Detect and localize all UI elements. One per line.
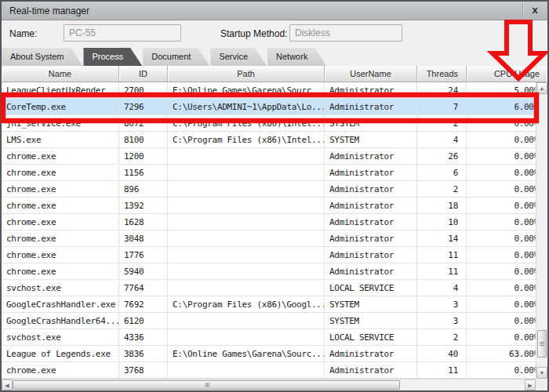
cell: LOCAL SERVICE	[325, 280, 417, 296]
cell: 11	[417, 247, 467, 263]
table-row[interactable]: svchost.exe7764LOCAL SERVICE40.00%	[2, 280, 547, 296]
cell: 0.00%	[467, 296, 547, 313]
cell: 3768	[119, 362, 168, 379]
tab-about-system[interactable]: About System	[2, 48, 82, 66]
cell: 4336	[119, 329, 168, 346]
column-header-username[interactable]: UserName	[325, 66, 417, 82]
tab-bar: About SystemProcessDocumentServiceNetwor…	[2, 48, 547, 66]
cell: 26	[417, 148, 467, 165]
cell: 14	[417, 230, 467, 247]
cell	[168, 148, 325, 165]
cell: 4	[417, 132, 467, 148]
cell: 8072	[119, 115, 168, 132]
cell: CoreTemp.exe	[2, 99, 119, 115]
table-row[interactable]: LeagueClientUxRender2700E:\Online Games\…	[2, 82, 547, 99]
table-row[interactable]: chrome.exe1392Administrator180.00%	[2, 198, 547, 214]
cell: C:\Users\ADMINI~1\AppData\Lo...	[168, 99, 325, 115]
cell: 3	[417, 296, 467, 313]
table-row[interactable]: chrome.exe3048Administrator140.00%	[2, 230, 547, 247]
cell: Administrator	[325, 165, 417, 181]
tab-service[interactable]: Service	[210, 48, 267, 66]
horizontal-scroll-thumb[interactable]	[13, 380, 400, 390]
cell: Administrator	[325, 99, 417, 115]
cell: Administrator	[325, 362, 417, 379]
table-row[interactable]: CoreTemp.exe7296C:\Users\ADMINI~1\AppDat…	[2, 99, 547, 115]
cell: 18	[417, 198, 467, 214]
tab-process[interactable]: Process	[83, 48, 142, 66]
cell: 40	[417, 346, 467, 362]
column-header-cpu-usage[interactable]: CPU Usage	[467, 66, 547, 82]
cell: C:\Program Files (x86)\Intel...	[168, 132, 325, 148]
cell: 11	[417, 362, 467, 379]
table-row[interactable]: chrome.exe3768Administrator110.00%	[2, 362, 547, 379]
name-label: Name:	[9, 28, 37, 39]
cell	[168, 181, 325, 198]
cell: C:\Program Files (x86)\Intel...	[168, 115, 325, 132]
table-header: NameIDPathUserNameThreadsCPU Usage	[2, 66, 547, 82]
cell: 0.00%	[467, 362, 547, 379]
cell: 2	[417, 329, 467, 346]
name-field[interactable]	[64, 24, 181, 42]
vertical-scroll-thumb[interactable]	[537, 330, 547, 358]
cell: LeagueClientUxRender	[2, 82, 119, 99]
realtime-manager-window: Real-time manager x Name: Startup Method…	[0, 0, 549, 392]
cell	[168, 165, 325, 181]
cell: 7692	[119, 296, 168, 313]
cell: 0.00%	[467, 214, 547, 230]
scroll-left-icon[interactable]: ◀	[2, 379, 13, 390]
tab-document[interactable]: Document	[143, 48, 209, 66]
table-row[interactable]: chrome.exe1156Administrator60.00%	[2, 165, 547, 181]
column-header-name[interactable]: Name	[2, 66, 119, 82]
table-row[interactable]: GoogleCrashHandler64...6120SYSTEM30.00%	[2, 313, 547, 329]
cell: 0.00%	[467, 115, 547, 132]
cell: 11	[417, 263, 467, 280]
scroll-right-icon[interactable]: ▶	[525, 379, 536, 390]
cell: SYSTEM	[325, 132, 417, 148]
cell: 0.00%	[467, 132, 547, 148]
cell: 3048	[119, 230, 168, 247]
table-row[interactable]: chrome.exe1200Administrator260.00%	[2, 148, 547, 165]
table-row[interactable]: chrome.exe1776Administrator110.00%	[2, 247, 547, 263]
scrollbar-corner	[536, 379, 547, 390]
cell: Administrator	[325, 214, 417, 230]
cell: 896	[119, 181, 168, 198]
cell: chrome.exe	[2, 362, 119, 379]
column-header-id[interactable]: ID	[119, 66, 168, 82]
titlebar-separator	[522, 2, 523, 16]
startup-method-field[interactable]	[289, 24, 402, 42]
column-header-threads[interactable]: Threads	[417, 66, 467, 82]
table-row[interactable]: GoogleCrashHandler.exe7692C:\Program Fil…	[2, 296, 547, 313]
table-row[interactable]: chrome.exe5940Administrator110.00%	[2, 263, 547, 280]
cell: 3	[417, 313, 467, 329]
cell: 10	[417, 214, 467, 230]
cell: 0.00%	[467, 148, 547, 165]
scroll-up-icon[interactable]: ▲	[536, 82, 547, 94]
table-row[interactable]: chrome.exe896Administrator20.00%	[2, 181, 547, 198]
cell: Administrator	[325, 181, 417, 198]
cell: 3836	[119, 346, 168, 362]
cell: 7296	[119, 99, 168, 115]
cell: E:\Online Games\Garena\Sourc	[168, 82, 325, 99]
cell	[168, 230, 325, 247]
cell: League of Legends.exe	[2, 346, 119, 362]
close-button[interactable]: x	[526, 2, 544, 17]
cell: chrome.exe	[2, 214, 119, 230]
cell: SYSTEM	[325, 296, 417, 313]
cell: chrome.exe	[2, 165, 119, 181]
table-row[interactable]: svchost.exe4336LOCAL SERVICE20.00%	[2, 329, 547, 346]
tab-network[interactable]: Network	[267, 48, 326, 66]
table-body: LeagueClientUxRender2700E:\Online Games\…	[2, 82, 547, 379]
column-header-path[interactable]: Path	[168, 66, 325, 82]
horizontal-scrollbar[interactable]: ◀ ▶	[2, 379, 536, 390]
vertical-scrollbar[interactable]: ▲ ▼	[536, 82, 547, 379]
table-row[interactable]: LMS.exe8100C:\Program Files (x86)\Intel.…	[2, 132, 547, 148]
cell: chrome.exe	[2, 230, 119, 247]
scroll-down-icon[interactable]: ▼	[536, 367, 547, 379]
table-row[interactable]: jhi_service.exe8072C:\Program Files (x86…	[2, 115, 547, 132]
cell: svchost.exe	[2, 280, 119, 296]
cell: 2700	[119, 82, 168, 99]
table-row[interactable]: chrome.exe1628Administrator100.00%	[2, 214, 547, 230]
cell	[168, 214, 325, 230]
table-row[interactable]: League of Legends.exe3836E:\Online Games…	[2, 346, 547, 362]
cell	[168, 280, 325, 296]
